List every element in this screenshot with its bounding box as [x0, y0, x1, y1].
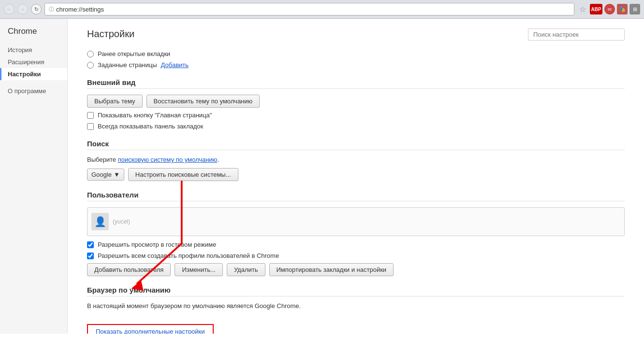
user-avatar: 👤	[91, 213, 109, 230]
choose-theme-button[interactable]: Выбрать тему	[87, 95, 143, 108]
default-browser-text: В настоящий момент браузером по умолчани…	[87, 302, 625, 310]
users-section: Пользователи 👤 (yucel) Разрешить просмот…	[87, 191, 625, 276]
sidebar-title: Chrome	[0, 27, 67, 44]
radio-set-pages: Заданные страницы Добавить	[87, 61, 625, 69]
guest-mode-item: Разрешить просмотр в гостевом режиме	[87, 241, 625, 248]
abp-extension-button[interactable]: ABP	[590, 4, 602, 14]
browser-toolbar: ← → ↻ ⓘ chrome://settings ☆ ABP ∞ 🎭 ⊞	[0, 0, 644, 18]
configure-search-button[interactable]: Настроить поисковые системы...	[128, 168, 238, 181]
users-box: 👤 (yucel)	[87, 207, 625, 236]
guest-mode-label: Разрешить просмотр в гостевом режиме	[98, 241, 216, 248]
toolbar-right: ☆ ABP ∞ 🎭 ⊞	[577, 4, 640, 14]
add-user-button[interactable]: Добавить пользователя	[87, 263, 171, 276]
create-profiles-item: Разрешить всем создавать профили пользов…	[87, 252, 625, 259]
appearance-title: Внешний вид	[87, 78, 625, 89]
show-more-link[interactable]: Показать дополнительные настройки	[96, 328, 205, 334]
restore-theme-button[interactable]: Восстановить тему по умолчанию	[146, 95, 260, 108]
appearance-btn-row: Выбрать тему Восстановить тему по умолча…	[87, 95, 625, 108]
edit-user-button[interactable]: Изменить...	[175, 263, 222, 276]
radio-recently-opened: Ранее открытые вкладки	[87, 50, 625, 57]
users-btn-row: Добавить пользователя Изменить... Удалит…	[87, 263, 625, 276]
bookmark-star-icon[interactable]: ☆	[577, 4, 588, 14]
search-section: Поиск Выберите поисковую систему по умол…	[87, 140, 625, 181]
search-description: Выберите поисковую систему по умолчанию.	[87, 156, 625, 163]
users-title: Пользователи	[87, 191, 625, 201]
page-title: Настройки	[87, 28, 134, 40]
radio-set-pages-label: Заданные страницы	[98, 61, 157, 69]
show-home-button-checkbox[interactable]	[87, 112, 94, 119]
settings-header: Настройки	[87, 28, 625, 41]
sidebar-item-extensions[interactable]: Расширения	[0, 56, 67, 68]
address-text: chrome://settings	[56, 6, 104, 13]
guest-mode-checkbox[interactable]	[87, 241, 94, 248]
show-more-box[interactable]: Показать дополнительные настройки	[87, 324, 214, 334]
sidebar-divider	[0, 80, 67, 85]
show-home-button-label: Показывать кнопку "Главная страница"	[98, 112, 212, 119]
radio-recently-opened-input[interactable]	[87, 51, 94, 57]
create-profiles-label: Разрешить всем создавать профили пользов…	[98, 252, 279, 259]
address-bar[interactable]: ⓘ chrome://settings	[44, 3, 574, 15]
radio-set-pages-input[interactable]	[87, 62, 94, 69]
delete-user-button[interactable]: Удалить	[227, 263, 265, 276]
main-content: Настройки Ранее открытые вкладки Заданны…	[68, 19, 644, 334]
add-pages-link[interactable]: Добавить	[161, 61, 189, 69]
sidebar: Chrome История Расширения Настройки О пр…	[0, 19, 68, 334]
reload-button[interactable]: ↻	[31, 4, 42, 14]
back-button[interactable]: ←	[4, 4, 15, 14]
show-bookmarks-bar-label: Всегда показывать панель закладок	[98, 123, 203, 130]
dropdown-arrow-icon: ▼	[114, 171, 120, 178]
default-search-link[interactable]: поисковую систему по умолчанию	[118, 156, 218, 163]
show-bookmarks-bar-item: Всегда показывать панель закладок	[87, 123, 625, 130]
show-more-container: Показать дополнительные настройки	[87, 319, 625, 334]
default-browser-title: Браузер по умолчанию	[87, 286, 625, 296]
search-title: Поиск	[87, 140, 625, 150]
forward-button[interactable]: →	[17, 4, 28, 14]
show-home-button-item: Показывать кнопку "Главная страница"	[87, 112, 625, 119]
default-browser-section: Браузер по умолчанию В настоящий момент …	[87, 286, 625, 310]
extension-button-3[interactable]: ⊞	[629, 4, 640, 14]
secure-icon: ⓘ	[49, 6, 54, 13]
sidebar-item-about[interactable]: О программе	[0, 85, 67, 97]
extension-button-1[interactable]: ∞	[604, 4, 615, 14]
search-engine-select[interactable]: Google ▼	[87, 169, 124, 181]
create-profiles-checkbox[interactable]	[87, 253, 94, 259]
browser-chrome: ← → ↻ ⓘ chrome://settings ☆ ABP ∞ 🎭 ⊞	[0, 0, 644, 19]
search-dropdown-row: Google ▼ Настроить поисковые системы...	[87, 168, 625, 181]
search-desc-before: Выберите	[87, 156, 118, 163]
search-engine-value: Google	[91, 171, 112, 178]
sidebar-item-history[interactable]: История	[0, 44, 67, 56]
import-bookmarks-button[interactable]: Импортировать закладки и настройки	[269, 263, 394, 276]
extension-button-2[interactable]: 🎭	[617, 4, 628, 14]
search-input[interactable]	[528, 28, 625, 41]
radio-recently-opened-label: Ранее открытые вкладки	[98, 50, 170, 57]
appearance-section: Внешний вид Выбрать тему Восстановить те…	[87, 78, 625, 130]
page-layout: Chrome История Расширения Настройки О пр…	[0, 19, 644, 334]
startup-section: Ранее открытые вкладки Заданные страницы…	[87, 50, 625, 69]
sidebar-item-settings[interactable]: Настройки	[0, 68, 67, 80]
show-bookmarks-bar-checkbox[interactable]	[87, 123, 94, 130]
avatar-icon: 👤	[94, 216, 106, 227]
search-desc-after: .	[217, 156, 219, 163]
user-info: (yucel)	[113, 218, 620, 225]
